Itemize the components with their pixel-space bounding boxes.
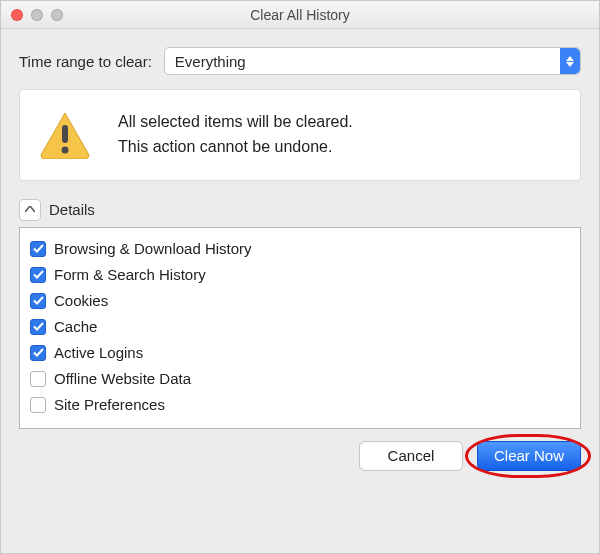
checkbox-label: Offline Website Data: [54, 370, 191, 387]
checkbox-label: Site Preferences: [54, 396, 165, 413]
svg-point-1: [62, 146, 69, 153]
button-row: Cancel Clear Now: [19, 441, 581, 471]
check-row: Cookies: [30, 288, 570, 314]
check-row: Form & Search History: [30, 262, 570, 288]
check-row: Cache: [30, 314, 570, 340]
checkbox-label: Form & Search History: [54, 266, 206, 283]
maximize-window-button[interactable]: [51, 9, 63, 21]
clear-now-button[interactable]: Clear Now: [477, 441, 581, 471]
checkbox-browsing-download-history[interactable]: [30, 241, 46, 257]
details-header: Details: [19, 199, 581, 221]
traffic-lights: [11, 9, 63, 21]
warning-line1: All selected items will be cleared.: [118, 110, 353, 135]
checkbox-active-logins[interactable]: [30, 345, 46, 361]
cancel-button-label: Cancel: [388, 447, 435, 464]
warning-line2: This action cannot be undone.: [118, 135, 353, 160]
checkbox-label: Cookies: [54, 292, 108, 309]
checkbox-label: Cache: [54, 318, 97, 335]
select-arrows-icon: [560, 48, 580, 74]
time-range-row: Time range to clear: Everything: [19, 47, 581, 75]
content-area: Time range to clear: Everything All sele…: [1, 29, 599, 553]
details-list: Browsing & Download History Form & Searc…: [19, 227, 581, 429]
checkbox-cookies[interactable]: [30, 293, 46, 309]
svg-rect-0: [62, 125, 68, 143]
check-row: Active Logins: [30, 340, 570, 366]
chevron-up-icon: [25, 206, 35, 213]
checkbox-offline-website-data[interactable]: [30, 371, 46, 387]
cancel-button[interactable]: Cancel: [359, 441, 463, 471]
titlebar: Clear All History: [1, 1, 599, 29]
warning-icon: [38, 111, 92, 159]
check-row: Offline Website Data: [30, 366, 570, 392]
warning-text: All selected items will be cleared. This…: [118, 110, 353, 160]
window: Clear All History Time range to clear: E…: [0, 0, 600, 554]
checkbox-site-preferences[interactable]: [30, 397, 46, 413]
time-range-label: Time range to clear:: [19, 53, 152, 70]
checkbox-form-search-history[interactable]: [30, 267, 46, 283]
check-row: Browsing & Download History: [30, 236, 570, 262]
minimize-window-button[interactable]: [31, 9, 43, 21]
window-title: Clear All History: [1, 7, 599, 23]
time-range-value: Everything: [175, 53, 246, 70]
checkbox-cache[interactable]: [30, 319, 46, 335]
checkbox-label: Browsing & Download History: [54, 240, 252, 257]
checkbox-label: Active Logins: [54, 344, 143, 361]
details-disclosure-button[interactable]: [19, 199, 41, 221]
clear-now-button-label: Clear Now: [494, 447, 564, 464]
warning-box: All selected items will be cleared. This…: [19, 89, 581, 181]
time-range-select[interactable]: Everything: [164, 47, 581, 75]
details-label: Details: [49, 201, 95, 218]
close-window-button[interactable]: [11, 9, 23, 21]
check-row: Site Preferences: [30, 392, 570, 418]
